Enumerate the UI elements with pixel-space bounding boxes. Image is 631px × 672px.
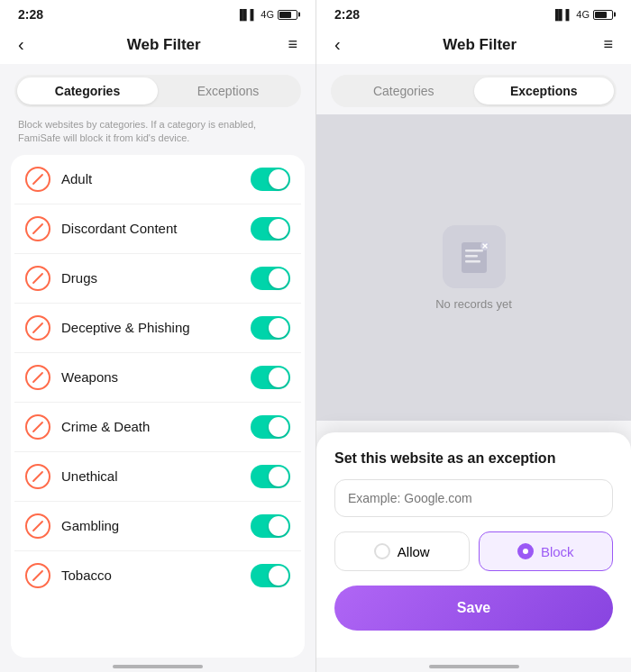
category-name: Unethical	[61, 468, 251, 484]
list-item: Tobacco	[14, 551, 301, 600]
left-header: ‹ Web Filter ≡	[0, 25, 316, 64]
toggle-gambling[interactable]	[251, 514, 290, 538]
block-icon	[25, 464, 50, 489]
toggle-crime[interactable]	[251, 415, 290, 439]
signal-icon: ▐▌▌	[552, 9, 572, 20]
right-home-indicator	[316, 658, 631, 672]
toggle-tobacco[interactable]	[251, 564, 290, 587]
left-home-indicator	[0, 658, 316, 672]
right-menu-button[interactable]: ≡	[603, 35, 613, 54]
list-item: Gambling	[14, 502, 301, 551]
list-item: Adult	[14, 155, 301, 204]
network-type: 4G	[576, 9, 590, 20]
block-icon	[25, 315, 50, 341]
category-name: Adult	[61, 171, 251, 186]
category-name: Crime & Death	[61, 419, 251, 434]
list-item: Unethical	[14, 452, 301, 502]
category-name: Deceptive & Phishing	[61, 320, 251, 335]
left-status-bar: 2:28 ▐▌▌ 4G	[0, 0, 316, 25]
left-time: 2:28	[18, 7, 43, 22]
right-content-area: No records yet Set this website as an ex…	[316, 114, 631, 658]
toggle-weapons[interactable]	[251, 366, 290, 389]
list-item: Weapons	[14, 353, 301, 403]
list-item: Drugs	[14, 254, 301, 304]
tab-categories-left[interactable]: Categories	[17, 77, 158, 104]
left-status-icons: ▐▌▌ 4G	[236, 9, 297, 20]
block-option[interactable]: Block	[479, 531, 614, 571]
toggle-unethical[interactable]	[251, 465, 290, 488]
no-records-text: No records yet	[435, 297, 512, 311]
svg-rect-1	[465, 250, 483, 252]
toggle-drugs[interactable]	[251, 267, 290, 290]
categories-description: Block websites by categories. If a categ…	[0, 114, 316, 155]
allow-radio-circle	[374, 543, 390, 559]
svg-rect-2	[465, 255, 478, 258]
signal-icon: ▐▌▌	[236, 9, 257, 20]
bottom-sheet: Set this website as an exception Allow B…	[316, 432, 631, 658]
block-icon	[25, 414, 50, 440]
toggle-discordant[interactable]	[251, 217, 290, 241]
right-tab-bar: Categories Exceptions	[331, 75, 617, 107]
category-name: Drugs	[61, 270, 251, 286]
network-type: 4G	[261, 9, 274, 20]
allow-label: Allow	[398, 544, 430, 559]
tab-exceptions-left[interactable]: Exceptions	[158, 77, 298, 104]
block-icon	[25, 365, 50, 390]
category-name: Tobacco	[61, 568, 251, 583]
right-status-bar: 2:28 ▐▌▌ 4G	[316, 0, 631, 25]
block-icon	[25, 216, 50, 241]
category-name: Weapons	[61, 369, 251, 385]
block-label: Block	[541, 544, 574, 559]
list-item: Deceptive & Phishing	[14, 304, 301, 353]
right-back-button[interactable]: ‹	[334, 34, 356, 55]
block-icon	[25, 513, 50, 539]
battery-icon	[593, 10, 613, 20]
dimmed-overlay: No records yet	[316, 114, 631, 421]
right-header: ‹ Web Filter ≡	[316, 25, 631, 64]
svg-rect-3	[465, 260, 480, 263]
left-page-title: Web Filter	[127, 36, 201, 54]
block-icon	[25, 563, 50, 588]
right-time: 2:28	[334, 7, 360, 22]
sheet-title: Set this website as an exception	[334, 450, 613, 467]
left-back-button[interactable]: ‹	[18, 34, 40, 55]
save-button[interactable]: Save	[334, 586, 613, 631]
radio-group: Allow Block	[334, 531, 613, 571]
right-page-title: Web Filter	[443, 36, 517, 54]
list-item: Crime & Death	[14, 403, 301, 452]
right-status-icons: ▐▌▌ 4G	[552, 9, 613, 20]
no-records-icon	[443, 225, 506, 288]
toggle-deceptive[interactable]	[251, 316, 290, 340]
block-radio-circle	[517, 543, 534, 559]
list-item: Discordant Content	[14, 204, 301, 254]
url-input[interactable]	[334, 479, 613, 517]
block-icon	[25, 266, 50, 291]
tab-exceptions-right[interactable]: Exceptions	[474, 77, 615, 104]
toggle-adult[interactable]	[251, 168, 290, 191]
category-list: Adult Discordant Content Drugs Deceptive…	[11, 155, 305, 658]
allow-option[interactable]: Allow	[334, 531, 470, 571]
block-icon	[25, 167, 50, 192]
battery-icon	[278, 10, 297, 20]
right-phone-panel: 2:28 ▐▌▌ 4G ‹ Web Filter ≡ Categories Ex…	[316, 0, 631, 672]
left-phone-panel: 2:28 ▐▌▌ 4G ‹ Web Filter ≡ Categories Ex…	[0, 0, 316, 672]
category-name: Discordant Content	[61, 221, 251, 236]
tab-categories-right[interactable]: Categories	[334, 77, 474, 104]
left-menu-button[interactable]: ≡	[288, 35, 297, 54]
left-tab-bar: Categories Exceptions	[14, 75, 301, 107]
category-name: Gambling	[61, 518, 251, 533]
